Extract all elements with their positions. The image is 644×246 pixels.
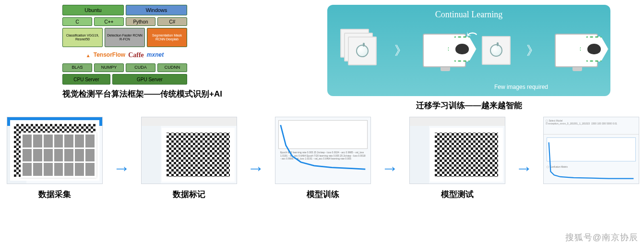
fw-tensorflow: TensorFlow xyxy=(94,52,125,58)
caption-right: 迁移学习训练——越来越智能 xyxy=(327,100,610,111)
server-cpu: CPU Server xyxy=(62,74,110,85)
stage-collect: 数据采集 xyxy=(7,117,103,200)
pipeline-arrow-icon: → xyxy=(515,158,533,178)
lib-cuda: CUDA xyxy=(126,63,155,72)
training-images-icon xyxy=(340,29,379,72)
few-image-icon xyxy=(482,36,511,65)
model-classification: Classification VGG19, Resnet50 xyxy=(62,28,103,47)
model-segmentation: Segmentation Mask RCNN Deeplab xyxy=(147,28,187,47)
stage-label-data: 数据标记 xyxy=(141,117,237,200)
watermark: 搜狐号@南京协辰 xyxy=(565,232,638,243)
lib-numpy: NUMPY xyxy=(94,63,124,72)
frameworks-row: ▲ TensorFlow Caffe mxnet xyxy=(62,49,187,62)
stage-label: 模型训练 xyxy=(275,189,371,200)
result-table: ▢ Select Model☑ exception_xxxxx_0_181001… xyxy=(544,117,639,135)
pipeline-arrow-icon: → xyxy=(113,158,131,178)
server-gpu: GPU Server xyxy=(112,74,187,85)
model-detection: Detection Faster RCNN R-FCN xyxy=(105,28,145,47)
lib-cudnn: CUDNN xyxy=(157,63,187,72)
lib-blas: BLAS xyxy=(62,63,92,72)
loss-curve-chart xyxy=(278,120,368,149)
training-model-icon xyxy=(423,34,466,67)
few-images-label: Few images required xyxy=(494,84,548,90)
caption-left: 视觉检测平台算法框架——传统模式识别+AI xyxy=(62,88,222,99)
continual-learning-panel: Continual Learning ⤺ 》 》 Few images requ… xyxy=(327,5,610,96)
stage-test: 模型测试 xyxy=(409,117,505,200)
flow-arrow-icon: 》 xyxy=(394,42,407,59)
stage-label: 数据标记 xyxy=(141,189,237,200)
pipeline-row: 数据采集 → 数据标记 → Epoch 6/20 learning rate 0… xyxy=(0,111,644,200)
tech-stack: Ubuntu Windows C C++ Python C# Classific… xyxy=(62,5,187,85)
stage-train: Epoch 6/20 learning rate 0.005 25 2s/ste… xyxy=(275,117,371,200)
updated-model-icon xyxy=(555,34,598,67)
lang-python: Python xyxy=(126,17,155,26)
os-windows: Windows xyxy=(126,5,187,15)
fw-caffe: Caffe xyxy=(128,51,144,59)
stage-deploy: ▢ Select Model☑ exception_xxxxx_0_181001… xyxy=(543,117,639,184)
lang-csharp: C# xyxy=(157,17,187,26)
continual-title: Continual Learning xyxy=(327,10,610,20)
pipeline-arrow-icon: → xyxy=(247,158,264,178)
stage-label: 模型测试 xyxy=(409,189,505,200)
os-ubuntu: Ubuntu xyxy=(62,5,124,15)
fw-mxnet: mxnet xyxy=(147,52,164,58)
pipeline-arrow-icon: → xyxy=(382,158,399,178)
thumbnail-grid xyxy=(21,133,96,178)
stage-label: 数据采集 xyxy=(7,189,103,200)
flow-arrow-icon: 》 xyxy=(526,42,539,59)
lang-c: C xyxy=(62,17,92,26)
deploy-curve-chart xyxy=(547,137,636,161)
lang-cpp: C++ xyxy=(94,17,124,26)
